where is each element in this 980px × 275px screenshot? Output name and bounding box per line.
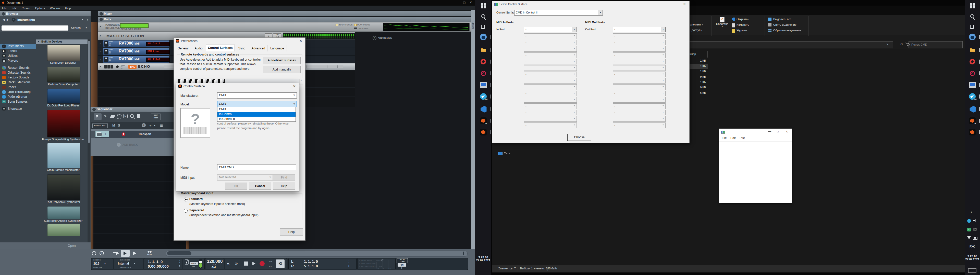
in-port-combo-disabled[interactable]: -▼ bbox=[524, 71, 577, 77]
mixer-header[interactable]: Mixer bbox=[98, 11, 471, 16]
device-name[interactable]: Europa Shapeshifting Synthesizer bbox=[36, 138, 91, 141]
device-thumbnail[interactable] bbox=[47, 174, 80, 200]
control-surface-combo[interactable]: CMD In Control II▼ bbox=[514, 10, 603, 16]
song-time[interactable]: 0:00:00:000 bbox=[148, 264, 169, 269]
device-thumbnail[interactable] bbox=[47, 143, 80, 168]
tray-expand-icon[interactable]: ‹ bbox=[971, 210, 972, 213]
sidebar-item-players[interactable]: ▦Players bbox=[0, 58, 36, 63]
mini-menu-edit[interactable]: Edit bbox=[730, 136, 736, 140]
sidebar-item-song-samples[interactable]: ~Song Samples bbox=[0, 99, 36, 104]
reason-titlebar[interactable]: Document 1 ─ ▢ ✕ bbox=[0, 0, 475, 6]
help-button[interactable]: Help bbox=[280, 228, 303, 235]
up-icon[interactable]: ↑ bbox=[87, 18, 88, 21]
rack-header[interactable]: Rack bbox=[98, 17, 471, 22]
in-port-combo-disabled[interactable]: -▼ bbox=[524, 110, 577, 115]
device-name[interactable]: Dr. Octo Rex Loop Player bbox=[36, 104, 91, 107]
fold-arrow-icon[interactable]: ▶ bbox=[100, 35, 101, 37]
reason-icon[interactable] bbox=[475, 129, 491, 136]
add-track-icon[interactable]: + bbox=[142, 123, 146, 127]
tempo-value[interactable]: 120.000 bbox=[207, 259, 223, 264]
click-button[interactable]: CLICK bbox=[189, 262, 198, 265]
out-port-combo-disabled[interactable]: -▼ bbox=[613, 33, 666, 39]
add-manually-button[interactable]: Add manually bbox=[263, 66, 301, 73]
in-port-combo-disabled[interactable]: -▼ bbox=[524, 46, 577, 52]
sidebar-item-reason-sounds[interactable]: Reason Sounds bbox=[0, 65, 36, 70]
in-port-combo-disabled[interactable]: -▼ bbox=[524, 65, 577, 71]
app-window-icon[interactable] bbox=[965, 82, 980, 89]
left-locator-spinner[interactable]: ▲▼ bbox=[348, 260, 350, 263]
record-button[interactable] bbox=[259, 261, 265, 266]
close-icon[interactable]: ✕ bbox=[786, 130, 788, 133]
fold-arrow-icon[interactable]: ▶ bbox=[100, 25, 101, 28]
in-port-combo-disabled[interactable]: -▼ bbox=[524, 122, 577, 128]
opera-icon[interactable] bbox=[475, 58, 491, 65]
out-port-combo-disabled[interactable]: -▼ bbox=[613, 71, 666, 77]
paw-app-icon[interactable] bbox=[475, 33, 491, 41]
scroll-up-icon[interactable]: ▲ bbox=[299, 79, 303, 85]
grid-icon[interactable]: ▦ bbox=[160, 124, 163, 127]
mini-titlebar[interactable]: — □ ✕ bbox=[719, 129, 792, 135]
bypass-switch[interactable]: BypassOnOff bbox=[109, 57, 113, 62]
out-port-combo-disabled[interactable]: -▼ bbox=[613, 84, 666, 90]
position-spinner[interactable]: ▲▼ bbox=[179, 260, 180, 263]
play-button[interactable] bbox=[252, 262, 256, 266]
out-port-combo-disabled[interactable]: -▼ bbox=[613, 40, 666, 45]
tab-audio[interactable]: Audio bbox=[191, 45, 206, 51]
fast-forward-button[interactable]: » bbox=[235, 261, 238, 266]
out-port-combo-disabled[interactable]: -▼ bbox=[613, 122, 666, 128]
bypass-switch[interactable]: BypassOnOff bbox=[109, 41, 113, 46]
rewind-button[interactable]: « bbox=[227, 261, 230, 266]
reason-plus-icon[interactable] bbox=[965, 117, 980, 125]
time-signature[interactable]: 4/4 bbox=[212, 266, 216, 269]
mini-menu-file[interactable]: File bbox=[722, 136, 727, 140]
file-explorer-icon[interactable] bbox=[475, 47, 491, 54]
follow-song-button[interactable] bbox=[121, 250, 130, 257]
search-icon[interactable] bbox=[965, 13, 980, 21]
manufacturer-combo[interactable]: CMD∨ bbox=[217, 92, 297, 98]
tray-telegram-icon[interactable] bbox=[967, 219, 971, 223]
out-port-combo-disabled[interactable]: -▼ bbox=[613, 52, 666, 58]
preferences-titlebar[interactable]: Preferences ✕ bbox=[174, 38, 305, 44]
menu-item-edit[interactable]: Edit bbox=[12, 6, 17, 9]
out-port-combo-disabled[interactable]: -▼ bbox=[613, 65, 666, 71]
device-thumbnail[interactable] bbox=[47, 110, 80, 138]
search-box[interactable]: Поиск: CMD bbox=[908, 41, 963, 48]
select-tool[interactable] bbox=[94, 113, 102, 120]
partial-easy-access[interactable]: доступ ▾ bbox=[692, 28, 702, 32]
time-spinner[interactable]: ▲▼ bbox=[179, 265, 180, 268]
name-input[interactable]: CMD CMD bbox=[217, 164, 296, 170]
model-option-cmd[interactable]: CMD bbox=[218, 107, 296, 112]
opera-gx-icon[interactable] bbox=[475, 70, 491, 77]
choose-button[interactable]: Choose bbox=[567, 134, 591, 141]
sync-mode-value[interactable]: Internal bbox=[118, 262, 129, 266]
magnify-tool-icon[interactable] bbox=[130, 114, 134, 118]
edit-mode-button[interactable]: EDITMODE bbox=[151, 114, 161, 120]
right-locator-spinner[interactable]: ▲▼ bbox=[348, 265, 350, 268]
menu-item-help[interactable]: Help bbox=[65, 6, 71, 9]
menu-item-file[interactable]: File bbox=[2, 6, 6, 9]
paw-app-icon[interactable] bbox=[965, 33, 980, 41]
reason-icon[interactable] bbox=[965, 129, 980, 136]
task-view-icon[interactable] bbox=[475, 24, 491, 30]
model-option-in-control-ii[interactable]: In Control II bbox=[218, 117, 296, 122]
search-label[interactable]: Search bbox=[71, 26, 81, 30]
in-port-combo-disabled[interactable]: -▼ bbox=[524, 52, 577, 58]
metronome-icon[interactable] bbox=[185, 259, 189, 265]
separated-radio[interactable] bbox=[184, 209, 188, 213]
mute-all-button[interactable]: M bbox=[112, 123, 115, 127]
automation-icon[interactable]: ∿ bbox=[149, 124, 151, 127]
midi-input-combo[interactable]: Not selected∨ bbox=[217, 174, 273, 180]
alt-button[interactable]: ALT bbox=[269, 266, 272, 267]
select-dialog-titlebar[interactable]: Select Control Surface ✕ bbox=[492, 1, 689, 7]
tab-language[interactable]: Language bbox=[267, 45, 287, 51]
in-port-combo-disabled[interactable]: -▼ bbox=[524, 97, 577, 103]
in-port-combo-disabled[interactable]: -▼ bbox=[524, 59, 577, 65]
start-icon[interactable] bbox=[965, 3, 980, 9]
play-focus-checkbox[interactable] bbox=[354, 24, 356, 26]
menu-item-create[interactable]: Create bbox=[22, 6, 30, 9]
add-track-label[interactable]: ADD TRACK bbox=[123, 143, 138, 146]
track-name[interactable]: Transport bbox=[138, 133, 151, 136]
language-indicator[interactable]: РУС bbox=[965, 245, 980, 248]
loop-button[interactable]: ⟲ bbox=[276, 259, 285, 268]
minimize-icon[interactable]: — bbox=[768, 130, 771, 133]
